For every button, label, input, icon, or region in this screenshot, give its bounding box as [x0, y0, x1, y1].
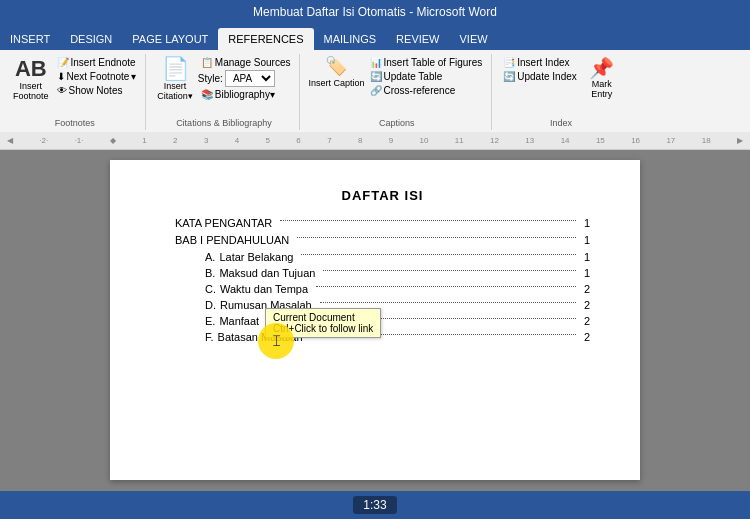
page-b: 1 [584, 267, 590, 279]
label-a: Latar Belakang [219, 251, 293, 263]
letter-b: B. [205, 267, 215, 279]
next-icon: ⬇ [57, 71, 65, 82]
update-index-button[interactable]: 🔄 Update Index [500, 70, 580, 83]
update-table-label: Update Table [384, 71, 443, 82]
ribbon-group-index: 📑 Insert Index 🔄 Update Index 📌 MarkEntr… [494, 54, 628, 130]
time-badge: 1:33 [353, 496, 396, 514]
insert-citation-button[interactable]: 📄 InsertCitation▾ [154, 56, 196, 103]
insert-table-figures-label: Insert Table of Figures [384, 57, 483, 68]
toc-left: KATA PENGANTAR [175, 217, 272, 229]
mark-entry-label: MarkEntry [591, 79, 612, 99]
manage-icon: 📋 [201, 57, 213, 68]
document-page: DAFTAR ISI KATA PENGANTAR 1 BAB I PENDAH… [110, 160, 640, 480]
toc-left: BAB I PENDAHULUAN [175, 234, 289, 246]
tab-references[interactable]: REFERENCES [218, 28, 313, 50]
status-bar: 1:33 [0, 491, 750, 519]
toc-sub-c[interactable]: C. Waktu dan Tempa 2 [175, 283, 590, 295]
next-footnote-button[interactable]: ⬇ Next Footnote ▾ [54, 70, 140, 83]
insert-endnote-label: Insert Endnote [71, 57, 136, 68]
cross-reference-button[interactable]: 🔗 Cross-reference [367, 84, 486, 97]
toc-entry-bab1[interactable]: BAB I PENDAHULUAN 1 [175, 234, 590, 246]
toc-label: BAB I PENDAHULUAN [175, 234, 289, 246]
tab-design[interactable]: DESIGN [60, 28, 122, 50]
mark-entry-button[interactable]: 📌 MarkEntry [582, 56, 622, 101]
insert-caption-button[interactable]: 🏷️ Insert Caption [308, 56, 364, 102]
bibliography-label: Bibliography [215, 89, 270, 100]
bibliography-button[interactable]: 📚 Bibliography ▾ [198, 88, 294, 101]
tooltip-line1: Current Document [273, 312, 373, 323]
ribbon-group-citations: 📄 InsertCitation▾ 📋 Manage Sources Style… [148, 54, 300, 130]
next-footnote-label: Next Footnote [67, 71, 130, 82]
tab-view[interactable]: VIEW [450, 28, 498, 50]
mark-entry-icon: 📌 [589, 58, 614, 78]
toc-dots-d [320, 302, 576, 303]
insert-footnote-label: InsertFootnote [13, 81, 49, 101]
manage-sources-button[interactable]: 📋 Manage Sources [198, 56, 294, 69]
footnotes-small-col: 📝 Insert Endnote ⬇ Next Footnote ▾ 👁 Sho… [54, 56, 140, 111]
page-e: 2 [584, 315, 590, 327]
cursor-icon: 𝙸 [271, 332, 282, 350]
title-bar: Membuat Daftar Isi Otomatis - Microsoft … [0, 0, 750, 24]
ribbon-content: AB InsertFootnote 📝 Insert Endnote ⬇ Nex… [0, 50, 750, 132]
page-c: 2 [584, 283, 590, 295]
ribbon-group-captions: 🏷️ Insert Caption 📊 Insert Table of Figu… [302, 54, 492, 130]
footnote-icon: AB [15, 58, 47, 80]
title-text: Membuat Daftar Isi Otomatis - Microsoft … [253, 5, 497, 19]
toc-sub-left: E. Manfaat [205, 315, 259, 327]
ribbon-group-footnotes: AB InsertFootnote 📝 Insert Endnote ⬇ Nex… [4, 54, 146, 130]
insert-footnote-button[interactable]: AB InsertFootnote [10, 56, 52, 103]
insert-index-button[interactable]: 📑 Insert Index [500, 56, 580, 69]
insert-caption-label: Insert Caption [308, 78, 364, 88]
letter-e: E. [205, 315, 215, 327]
citations-col: 📋 Manage Sources Style: APA 📚 Bibliograp… [198, 56, 294, 115]
style-dropdown[interactable]: APA [225, 70, 275, 87]
ruler-marks: ◀ ·2· ·1· ◆ 1 2 3 4 5 6 7 8 9 10 11 12 1… [2, 136, 748, 145]
toc-label: KATA PENGANTAR [175, 217, 272, 229]
toc-dots [280, 220, 576, 221]
caption-icon: 🏷️ [325, 56, 347, 78]
letter-f: F. [205, 331, 214, 343]
toc-dots-b [323, 270, 575, 271]
toc-sub-left: A. Latar Belakang [205, 251, 293, 263]
toc-dots [297, 237, 576, 238]
table-figures-icon: 📊 [370, 57, 382, 68]
letter-c: C. [205, 283, 216, 295]
toc-page: 1 [584, 234, 590, 246]
insert-index-label: Insert Index [517, 57, 569, 68]
update-table-icon: 🔄 [370, 71, 382, 82]
endnote-icon: 📝 [57, 57, 69, 68]
insert-index-icon: 📑 [503, 57, 515, 68]
tab-review[interactable]: REVIEW [386, 28, 449, 50]
page-a: 1 [584, 251, 590, 263]
citation-icon: 📄 [162, 58, 189, 80]
tab-page-layout[interactable]: PAGE LAYOUT [122, 28, 218, 50]
tab-insert[interactable]: INSERT [0, 28, 60, 50]
document-area: DAFTAR ISI KATA PENGANTAR 1 BAB I PENDAH… [0, 150, 750, 491]
insert-citation-label: InsertCitation▾ [157, 81, 193, 101]
bib-icon: 📚 [201, 89, 213, 100]
page-d: 2 [584, 299, 590, 311]
toc-sub-a[interactable]: A. Latar Belakang 1 [175, 251, 590, 263]
insert-table-figures-button[interactable]: 📊 Insert Table of Figures [367, 56, 486, 69]
dropdown-icon: ▾ [131, 71, 136, 82]
show-notes-button[interactable]: 👁 Show Notes [54, 84, 140, 97]
show-notes-label: Show Notes [69, 85, 123, 96]
cross-ref-icon: 🔗 [370, 85, 382, 96]
notes-icon: 👁 [57, 85, 67, 96]
toc-dots-c [316, 286, 576, 287]
manage-sources-label: Manage Sources [215, 57, 291, 68]
update-table-button[interactable]: 🔄 Update Table [367, 70, 486, 83]
ruler: ◀ ·2· ·1· ◆ 1 2 3 4 5 6 7 8 9 10 11 12 1… [0, 132, 750, 150]
toc-sub-d[interactable]: D. Rumusan Masalah 2 [175, 299, 590, 311]
footnotes-group-label: Footnotes [4, 118, 145, 128]
label-c: Waktu dan Tempa [220, 283, 308, 295]
label-e: Manfaat [219, 315, 259, 327]
toc-entry-kata-pengantar[interactable]: KATA PENGANTAR 1 [175, 217, 590, 229]
toc-sub-b[interactable]: B. Maksud dan Tujuan 1 [175, 267, 590, 279]
toc-sub-e[interactable]: E. Manfaat 2 [175, 315, 590, 327]
bib-dropdown-icon: ▾ [270, 89, 275, 100]
cross-ref-col: 📊 Insert Table of Figures 🔄 Update Table… [367, 56, 486, 111]
toc-sub-f[interactable]: F. Batasan Masalah 2 [175, 331, 590, 343]
insert-endnote-button[interactable]: 📝 Insert Endnote [54, 56, 140, 69]
tab-mailings[interactable]: MAILINGS [314, 28, 387, 50]
